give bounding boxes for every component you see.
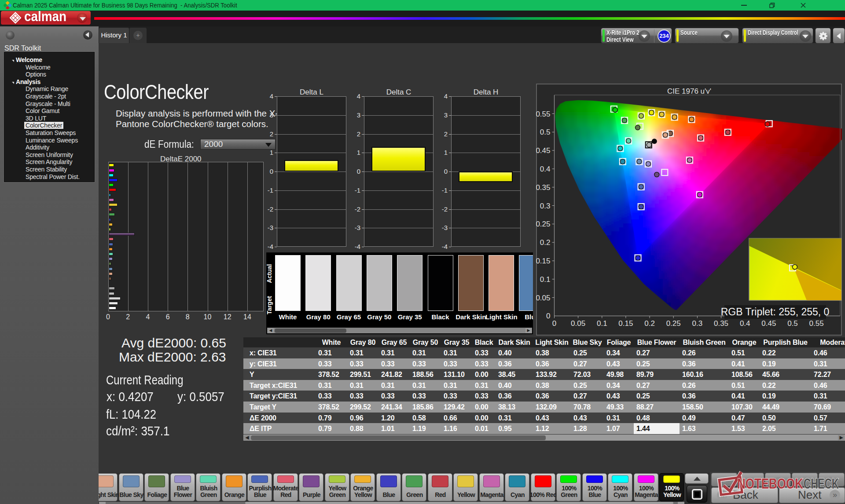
- svg-text:0.4: 0.4: [740, 319, 750, 328]
- svg-text:0.3: 0.3: [540, 202, 551, 210]
- svg-text:0.55: 0.55: [536, 110, 551, 118]
- svg-text:0.35: 0.35: [536, 183, 551, 192]
- svg-text:NOTEBOOK: NOTEBOOK: [737, 475, 803, 492]
- svg-text:0.5: 0.5: [540, 128, 551, 136]
- svg-text:0.05: 0.05: [536, 294, 551, 302]
- svg-text:0.35: 0.35: [714, 319, 728, 328]
- svg-text:0.3: 0.3: [692, 319, 703, 328]
- svg-text:CHECK: CHECK: [804, 475, 839, 492]
- svg-text:0.55: 0.55: [809, 319, 824, 328]
- svg-text:0.25: 0.25: [666, 319, 681, 328]
- svg-text:0.1: 0.1: [597, 319, 607, 328]
- svg-text:RGB Triplet: 255, 255, 0: RGB Triplet: 255, 255, 0: [721, 306, 830, 318]
- svg-text:0.2: 0.2: [540, 238, 551, 247]
- svg-text:0: 0: [552, 319, 556, 328]
- svg-text:0.1: 0.1: [540, 275, 551, 284]
- svg-text:0.15: 0.15: [536, 257, 551, 265]
- svg-text:0.45: 0.45: [761, 319, 776, 328]
- svg-text:0: 0: [546, 312, 550, 320]
- svg-text:0.05: 0.05: [571, 319, 585, 328]
- svg-text:0.45: 0.45: [536, 146, 551, 155]
- svg-text:0.25: 0.25: [536, 220, 551, 228]
- svg-text:0.4: 0.4: [540, 165, 551, 173]
- svg-text:0.15: 0.15: [618, 319, 633, 328]
- svg-text:0.5: 0.5: [787, 319, 798, 328]
- svg-text:CIE 1976 u'v': CIE 1976 u'v': [667, 87, 711, 95]
- svg-text:0.2: 0.2: [644, 319, 655, 328]
